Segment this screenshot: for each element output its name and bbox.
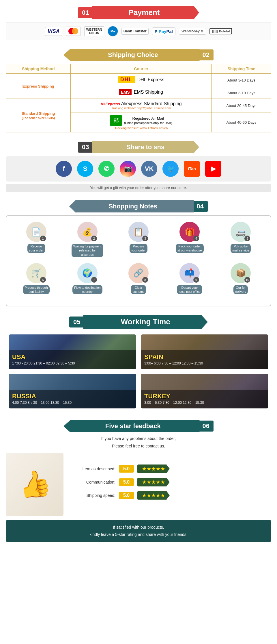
step-9: 📫9 Depart yourlocal post office	[174, 263, 205, 295]
ali-courier: AliExpress Aliexpress Standard Shipping …	[71, 99, 212, 112]
step-4-label: Pack your orderat our warehouse	[176, 244, 204, 253]
turkey-hours: 3:00 – 6:30 7:30 – 12:00 12:30 – 15:30	[144, 400, 265, 406]
shipping-header: Shipping Choice 02	[63, 49, 214, 61]
instagram-icon[interactable]: 📷	[120, 161, 136, 177]
usa-content: USA 17:00 - 20:30 21:30 – 02:00 02:30 – …	[9, 350, 136, 369]
feedback-footer: If satisfied with our products, kindly l…	[6, 520, 271, 542]
step-1-circle: 📄1	[26, 222, 46, 242]
table-row: Standard Shipping(For order over USD5) A…	[6, 99, 271, 112]
share-num: 03	[78, 142, 93, 153]
spain-hours: 3:00– 6:30 7:30 – 12:00 12:30 – 15:30	[144, 361, 265, 366]
whatsapp-icon[interactable]: ✆	[98, 161, 115, 177]
rating-row-1: Item as described: 5.0 ★★★★★	[69, 465, 271, 473]
step-6-circle: 🛒6	[26, 263, 46, 283]
rating-stars-1: ★★★★★	[137, 465, 170, 473]
feedback-intro: If you have any problems about the order…	[6, 435, 271, 449]
step-5-circle: 🚐5	[231, 222, 251, 242]
russia-card: RUSSIA 4:00-7:30 8：30 – 13:00 13:30 – 16…	[9, 374, 136, 408]
step-2: 💰2 Waiting for paymentreleased by alixpr…	[72, 222, 103, 257]
shipping-section: Shipping Choice 02 Shipping Method Couri…	[0, 43, 277, 135]
payment-section: 01 Payment VISA WESTERNUNION Ma Bank Tra…	[0, 0, 277, 43]
step-8-label: Clearcustoms	[131, 285, 146, 295]
feedback-num: 06	[199, 421, 214, 432]
step-7-circle: 🌍7	[77, 263, 98, 283]
skype-icon[interactable]: S	[77, 161, 93, 177]
step-3-label: Prepareyour order	[130, 244, 147, 253]
ali-tracking: Tracking website: http://global.cainiao.…	[74, 106, 208, 110]
step-4-circle: 🎁4	[179, 222, 200, 242]
share-note: You will get a gift with your order afte…	[6, 184, 271, 192]
notes-box: 📄1 Receiveyour order 💰2 Waiting for paym…	[6, 215, 271, 306]
facebook-icon[interactable]: f	[56, 161, 72, 177]
rating-score-3: 5.0	[119, 492, 134, 499]
shipping-num: 02	[199, 49, 214, 60]
rating-row-2: Communication: 5.0 ★★★★★	[69, 478, 271, 486]
thumbs-emoji: 👍	[16, 467, 53, 502]
step-4: 🎁4 Pack your orderat our warehouse	[174, 222, 205, 253]
paypal-logo: P PayPal	[152, 27, 175, 35]
step-3: 📋3 Prepareyour order	[123, 222, 154, 253]
ems-time: About 3-10 Days	[212, 87, 271, 99]
boletol-logo: ||||||| Boletol	[209, 28, 232, 34]
step-10: 📦10 Our fordelivery	[225, 263, 257, 295]
payment-title: Payment	[92, 6, 199, 19]
notes-num: 04	[193, 201, 208, 212]
step-6-label: Process throughsort facility	[23, 285, 50, 295]
col-method: Shipping Method	[6, 64, 71, 74]
working-time-section: 05 Working Time USA 17:00 - 20:30 21:30 …	[0, 309, 277, 414]
shipping-table: Shipping Method Courier Shipping Time Ex…	[6, 64, 271, 132]
step-7-label: Flow to destinationcountry	[72, 285, 102, 295]
step-10-label: Our fordelivery	[233, 285, 248, 295]
feedback-intro-line2: Please feel free to contact us.	[112, 444, 165, 448]
step-2-label: Waiting for paymentreleased by alixpress	[72, 244, 103, 257]
dhl-logo-box: DHL	[118, 76, 135, 83]
itao-icon[interactable]: iTao	[184, 161, 200, 177]
russia-hours: 4:00-7:30 8：30 – 13:00 13:30 – 16:30	[12, 400, 133, 406]
working-title: Working Time	[83, 315, 208, 329]
footer-line1: If satisfied with our products,	[113, 525, 164, 530]
rating-row-3: Shipping speed: 5.0 ★★★★★	[69, 491, 271, 500]
rating-stars-3: ★★★★★	[137, 491, 170, 500]
steps-row-2: 🛒6 Process throughsort facility 🌍7 Flow …	[12, 263, 265, 295]
vk-icon[interactable]: VK	[141, 161, 157, 177]
feedback-section: Five star feedback 06 If you have any pr…	[0, 414, 277, 545]
chinapost-time: About 40-60 Days	[212, 112, 271, 132]
mastercard-logo	[66, 27, 81, 36]
share-title: Share to sns	[92, 141, 199, 153]
payment-num: 01	[78, 7, 93, 18]
express-method: Express Shipping	[6, 74, 71, 99]
notes-title: Shopping Notes	[69, 200, 194, 212]
rating-score-1: 5.0	[119, 465, 134, 473]
twitter-icon[interactable]: 🐦	[162, 161, 179, 177]
ems-logo-box: EMS	[119, 89, 131, 95]
feedback-header: Five star feedback 06	[63, 420, 214, 432]
sns-icons-row: f S ✆ 📷 VK 🐦 iTao ▶	[6, 156, 271, 182]
turkey-card: TURKEY 3:00 – 6:30 7:30 – 12:00 12:30 – …	[141, 374, 268, 408]
usa-hours: 17:00 - 20:30 21:30 – 02:00 02:30 – 5:30	[12, 361, 133, 366]
footer-line2: kindly leave a 5-star rating and share w…	[89, 532, 187, 537]
youtube-icon[interactable]: ▶	[205, 161, 221, 177]
col-time: Shipping Time	[212, 64, 271, 74]
working-header: 05 Working Time	[69, 315, 208, 329]
step-1: 📄1 Receiveyour order	[20, 222, 52, 253]
working-grid: USA 17:00 - 20:30 21:30 – 02:00 02:30 – …	[6, 332, 271, 411]
webmoney-logo: WebMoney ⊕	[179, 28, 206, 35]
table-row: Express Shipping DHL DHL Express About 3…	[6, 74, 271, 87]
turkey-content: TURKEY 3:00 – 6:30 7:30 – 12:00 12:30 – …	[141, 390, 268, 408]
dhl-name: DHL Express	[137, 77, 164, 82]
payment-header: 01 Payment	[78, 6, 199, 19]
step-5: 🚐5 Pck up bymail service	[225, 222, 257, 253]
usa-title: USA	[12, 353, 133, 361]
turkey-title: TURKEY	[144, 393, 265, 400]
chinapost-logo: 邮	[110, 115, 122, 126]
rating-label-1: Item as described:	[69, 467, 115, 471]
western-union-logo: WESTERNUNION	[84, 26, 104, 36]
step-5-label: Pck up bymail service	[231, 244, 251, 253]
visa-logo: VISA	[45, 27, 62, 36]
dhl-courier: DHL DHL Express	[71, 74, 212, 87]
col-courier: Courier	[71, 64, 212, 74]
usa-card: USA 17:00 - 20:30 21:30 – 02:00 02:30 – …	[9, 334, 136, 369]
feedback-layout: 👍 Item as described: 5.0 ★★★★★ Communica…	[6, 453, 271, 516]
russia-content: RUSSIA 4:00-7:30 8：30 – 13:00 13:30 – 16…	[9, 390, 136, 408]
shipping-title: Shipping Choice	[63, 49, 200, 61]
